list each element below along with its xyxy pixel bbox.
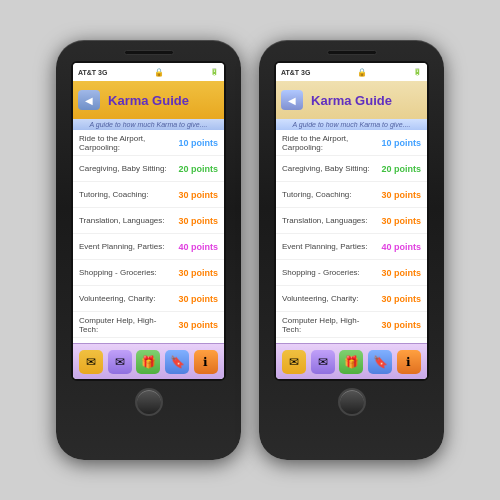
karma-item[interactable]: Tutoring, Coaching: 30 points [276, 182, 427, 208]
karma-list: Ride to the Airport, Carpooling: 10 poin… [73, 130, 224, 343]
karma-label: Computer Help, High-Tech: [79, 316, 173, 334]
karma-points: 10 points [376, 138, 421, 148]
app-title: Karma Guide [311, 93, 392, 108]
karma-item[interactable]: Caregiving, Baby Sitting: 20 points [276, 156, 427, 182]
tab-bar: ✉✉🎁🔖ℹ [73, 343, 224, 379]
status-carrier: AT&T 3G [281, 69, 310, 76]
karma-item[interactable]: Event Planning, Parties: 40 points [73, 234, 224, 260]
gifts-tab[interactable]: 🎁 [136, 350, 160, 374]
karma-label: Translation, Languages: [79, 216, 173, 225]
subtitle-bar: A guide to how much Karma to give.... [276, 119, 427, 130]
karma-item[interactable]: Ride to the Airport, Carpooling: 10 poin… [276, 130, 427, 156]
karma-label: Shopping - Groceries: [79, 268, 173, 277]
home-tab[interactable]: ✉ [79, 350, 103, 374]
karma-label: Ride to the Airport, Carpooling: [79, 134, 173, 152]
karma-points: 30 points [376, 216, 421, 226]
karma-label: Tutoring, Coaching: [79, 190, 173, 199]
karma-item[interactable]: Event Planning, Parties: 40 points [276, 234, 427, 260]
phones-container: AT&T 3G 🔒 🔋 ◀ Karma Guide A guide to how… [56, 40, 444, 460]
karma-points: 30 points [376, 320, 421, 330]
bookmarks-tab[interactable]: 🔖 [368, 350, 392, 374]
karma-points: 30 points [376, 190, 421, 200]
home-tab[interactable]: ✉ [282, 350, 306, 374]
app-header: ◀ Karma Guide [73, 81, 224, 119]
karma-item[interactable]: Volunteering, Charity: 30 points [73, 286, 224, 312]
app-title: Karma Guide [108, 93, 189, 108]
karma-item[interactable]: Ride to the Airport, Carpooling: 10 poin… [73, 130, 224, 156]
karma-points: 40 points [173, 242, 218, 252]
karma-label: Tutoring, Coaching: [282, 190, 376, 199]
lock-icon: 🔒 [357, 68, 367, 77]
messages-tab[interactable]: ✉ [108, 350, 132, 374]
info-tab[interactable]: ℹ [194, 350, 218, 374]
karma-label: Volunteering, Charity: [79, 294, 173, 303]
home-button[interactable] [338, 388, 366, 416]
karma-item[interactable]: Translation, Languages: 30 points [73, 208, 224, 234]
karma-item[interactable]: Computer Help, High-Tech: 30 points [73, 312, 224, 338]
karma-item[interactable]: Shopping - Groceries: 30 points [276, 260, 427, 286]
status-bar: AT&T 3G 🔒 🔋 [276, 63, 427, 81]
karma-label: Computer Help, High-Tech: [282, 316, 376, 334]
karma-points: 30 points [173, 320, 218, 330]
karma-points: 30 points [173, 268, 218, 278]
karma-points: 30 points [173, 294, 218, 304]
phone-2: AT&T 3G 🔒 🔋 ◀ Karma Guide A guide to how… [259, 40, 444, 460]
karma-points: 30 points [376, 294, 421, 304]
messages-tab[interactable]: ✉ [311, 350, 335, 374]
karma-points: 30 points [173, 190, 218, 200]
phone-screen: AT&T 3G 🔒 🔋 ◀ Karma Guide A guide to how… [71, 61, 226, 381]
battery-icon: 🔋 [210, 68, 219, 76]
karma-label: Volunteering, Charity: [282, 294, 376, 303]
karma-label: Event Planning, Parties: [79, 242, 173, 251]
karma-points: 10 points [173, 138, 218, 148]
phone-speaker [124, 50, 174, 55]
phone-screen: AT&T 3G 🔒 🔋 ◀ Karma Guide A guide to how… [274, 61, 429, 381]
battery-icon: 🔋 [413, 68, 422, 76]
karma-label: Event Planning, Parties: [282, 242, 376, 251]
karma-item[interactable]: Translation, Languages: 30 points [276, 208, 427, 234]
karma-list: Ride to the Airport, Carpooling: 10 poin… [276, 130, 427, 343]
karma-item[interactable]: Shopping - Groceries: 30 points [73, 260, 224, 286]
phone-speaker [327, 50, 377, 55]
bookmarks-tab[interactable]: 🔖 [165, 350, 189, 374]
karma-item[interactable]: Tutoring, Coaching: 30 points [73, 182, 224, 208]
karma-item[interactable]: Volunteering, Charity: 30 points [276, 286, 427, 312]
status-bar: AT&T 3G 🔒 🔋 [73, 63, 224, 81]
karma-points: 40 points [376, 242, 421, 252]
info-tab[interactable]: ℹ [397, 350, 421, 374]
karma-points: 20 points [376, 164, 421, 174]
karma-label: Translation, Languages: [282, 216, 376, 225]
back-button[interactable]: ◀ [78, 90, 100, 110]
karma-points: 30 points [173, 216, 218, 226]
phone-1: AT&T 3G 🔒 🔋 ◀ Karma Guide A guide to how… [56, 40, 241, 460]
karma-item[interactable]: Caregiving, Baby Sitting: 20 points [73, 156, 224, 182]
gifts-tab[interactable]: 🎁 [339, 350, 363, 374]
karma-item[interactable]: Computer Help, High-Tech: 30 points [276, 312, 427, 338]
karma-label: Shopping - Groceries: [282, 268, 376, 277]
karma-label: Caregiving, Baby Sitting: [79, 164, 173, 173]
karma-label: Ride to the Airport, Carpooling: [282, 134, 376, 152]
subtitle-bar: A guide to how much Karma to give.... [73, 119, 224, 130]
tab-bar: ✉✉🎁🔖ℹ [276, 343, 427, 379]
home-button[interactable] [135, 388, 163, 416]
lock-icon: 🔒 [154, 68, 164, 77]
karma-points: 20 points [173, 164, 218, 174]
back-button[interactable]: ◀ [281, 90, 303, 110]
karma-label: Caregiving, Baby Sitting: [282, 164, 376, 173]
app-header: ◀ Karma Guide [276, 81, 427, 119]
karma-points: 30 points [376, 268, 421, 278]
status-carrier: AT&T 3G [78, 69, 107, 76]
